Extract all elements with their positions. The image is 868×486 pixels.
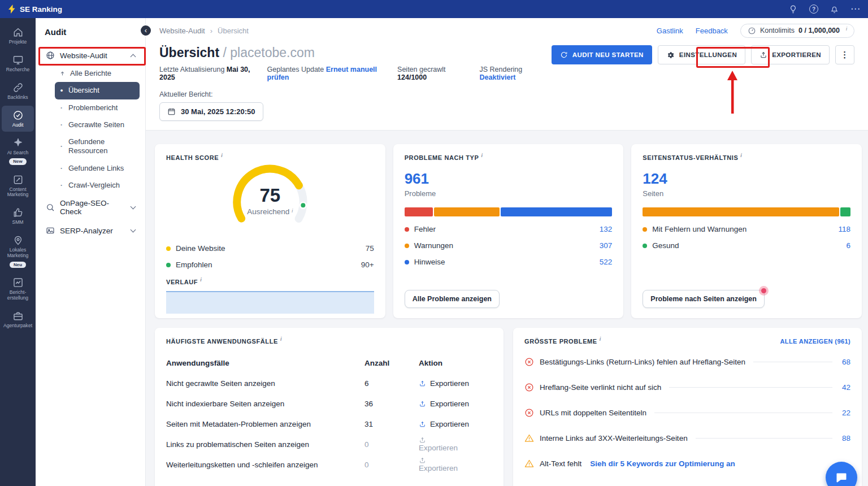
issue-row[interactable]: Alt-Text fehlt Sieh dir 5 Keywords zur O… — [524, 451, 850, 476]
health-history-chart — [166, 291, 374, 314]
show-all-problems-button[interactable]: Alle Probleme anzeigen — [405, 290, 500, 308]
restart-audit-button[interactable]: AUDIT NEU STARTEN — [552, 45, 652, 64]
export-icon — [419, 400, 426, 407]
nav-item-berichterstellung[interactable]: Bericht-erstellung — [2, 273, 34, 305]
meta-label: Seiten gecrawlt — [397, 66, 445, 73]
info-icon[interactable] — [221, 153, 223, 158]
issue-count[interactable]: 88 — [840, 434, 850, 442]
rating-text: Ausreichend — [247, 207, 289, 216]
view-all-link[interactable]: ALLE ANZEIGEN (961) — [780, 338, 850, 345]
sidebar-collapse-button[interactable] — [140, 24, 152, 37]
nav-label: Content Marketing — [2, 187, 33, 198]
legend-row[interactable]: Mit Fehlern und Warnungen 118 — [643, 221, 850, 237]
problems-stacked-bar — [405, 207, 613, 216]
legend-value[interactable]: 6 — [846, 241, 850, 250]
issue-label[interactable]: Interne Links auf 3XX-Weiterleitungs-Sei… — [540, 434, 688, 442]
legend-row[interactable]: Hinweise 522 — [405, 254, 613, 270]
sidebar-item-website-audit[interactable]: Website-Audit — [41, 46, 140, 65]
breadcrumb-row: Website-Audit › Übersicht Gastlink Feedb… — [159, 18, 854, 43]
sidebar-item-uebersicht[interactable]: Übersicht — [55, 82, 140, 99]
export-link[interactable]: Exportieren — [419, 393, 492, 414]
export-link[interactable]: Exportieren — [419, 373, 492, 393]
report-date-picker[interactable]: 30 Mai, 2025 12:20:50 — [159, 102, 263, 121]
keywords-optimization-link[interactable]: Sieh dir 5 Keywords zur Optimierung an — [590, 459, 735, 468]
issue-row[interactable]: URLs mit doppelten Seitentiteln 22 — [524, 400, 850, 426]
sidebar-item-serp-analyzer[interactable]: SERP-Analyzer — [41, 221, 140, 240]
nav-label: Backlinks — [7, 95, 28, 101]
issue-label[interactable]: Hreflang-Seite verlinkt nicht auf sich — [540, 383, 661, 392]
export-button[interactable]: EXPORTIEREN — [751, 45, 830, 64]
legend-row[interactable]: Warnungen 307 — [405, 237, 613, 254]
notifications-bell-icon[interactable] — [830, 5, 839, 14]
table-row-count[interactable]: 36 — [364, 393, 419, 414]
account-limits-pill[interactable]: Kontolimits 0 / 1,000,000 — [740, 24, 854, 38]
issue-row[interactable]: Hreflang-Seite verlinkt nicht auf sich 4… — [524, 375, 850, 400]
problems-by-pages-button[interactable]: Probleme nach Seiten anzeigen — [643, 290, 765, 308]
kebab-menu-button[interactable]: ⋮ — [835, 45, 854, 64]
nav-item-audit[interactable]: Audit — [2, 106, 34, 132]
issue-label[interactable]: Alt-Text fehlt — [540, 459, 581, 468]
settings-button[interactable]: EINSTELLUNGEN — [658, 45, 745, 64]
nav-item-recherche[interactable]: Recherche — [2, 50, 34, 76]
info-icon[interactable] — [200, 277, 202, 283]
table-row-count[interactable]: 6 — [364, 373, 419, 393]
issue-label[interactable]: URLs mit doppelten Seitentiteln — [540, 409, 646, 417]
page-title-text: Übersicht — [159, 45, 219, 60]
issue-row[interactable]: Interne Links auf 3XX-Weiterleitungs-Sei… — [524, 426, 850, 451]
info-icon[interactable] — [600, 336, 601, 342]
legend-label: Hinweise — [414, 258, 445, 266]
info-icon[interactable] — [481, 153, 483, 158]
issue-count[interactable]: 42 — [840, 383, 850, 392]
sidebar-item-gecrawlte-seiten[interactable]: Gecrawlte Seiten — [55, 116, 140, 133]
nav-item-content-marketing[interactable]: Content Marketing — [2, 170, 34, 202]
feedback-link[interactable]: Feedback — [696, 27, 728, 35]
nav-item-lokales-marketing[interactable]: Lokales Marketing Neu — [2, 231, 34, 271]
limits-value: 0 / 1,000,000 — [798, 27, 840, 34]
thumbs-up-icon — [12, 207, 24, 218]
info-icon[interactable] — [292, 208, 293, 214]
legend-value[interactable]: 307 — [600, 241, 613, 250]
problems-legend: Fehler 132 Warnungen 307 Hinweise 522 — [405, 221, 613, 270]
breadcrumb-item[interactable]: Website-Audit — [159, 27, 205, 35]
nav-item-agenturpaket[interactable]: Agenturpaket — [2, 306, 34, 332]
legend-row[interactable]: Fehler 132 — [405, 221, 613, 237]
bulb-icon[interactable] — [788, 5, 798, 14]
nav-item-smm[interactable]: SMM — [2, 203, 34, 229]
issue-count[interactable]: 68 — [840, 358, 850, 366]
nav-item-backlinks[interactable]: Backlinks — [2, 78, 34, 104]
warning-icon — [524, 459, 534, 468]
issue-row[interactable]: Bestätigungs-Links (Return-Links) fehlen… — [524, 349, 850, 375]
status-legend: Mit Fehlern und Warnungen 118 Gesund 6 — [643, 221, 850, 254]
export-link[interactable]: Exportieren — [419, 414, 492, 434]
app-logo[interactable]: SE Ranking — [8, 5, 62, 14]
count-value: 0 — [364, 461, 369, 469]
info-icon[interactable] — [846, 26, 847, 32]
sidebar-item-gefundene-ressourcen[interactable]: Gefundene Ressourcen — [55, 133, 140, 160]
issue-label[interactable]: Bestätigungs-Links (Return-Links) fehlen… — [540, 358, 745, 366]
sidebar-item-alle-berichte[interactable]: Alle Berichte — [55, 65, 140, 82]
sidebar-item-problembericht[interactable]: Problembericht — [55, 99, 140, 116]
legend-row[interactable]: Gesund 6 — [643, 237, 850, 254]
help-icon[interactable] — [809, 5, 818, 14]
info-icon[interactable] — [280, 336, 282, 342]
legend-value[interactable]: 522 — [600, 258, 613, 266]
info-icon[interactable] — [740, 153, 742, 158]
nav-item-ai-search[interactable]: AI Search New — [2, 133, 34, 168]
green-dot-icon — [166, 263, 171, 267]
sidebar-item-gefundene-links[interactable]: Gefundene Links — [55, 160, 140, 177]
table-row-count[interactable]: 31 — [364, 414, 419, 434]
guest-link[interactable]: Gastlink — [657, 27, 683, 35]
legend-value[interactable]: 132 — [600, 225, 613, 233]
issue-count[interactable]: 22 — [840, 409, 850, 417]
sidebar-item-crawl-vergleich[interactable]: Crawl-Vergleich — [55, 177, 140, 194]
chevron-down-icon — [131, 227, 136, 233]
export-link: Exportieren — [419, 457, 458, 472]
more-menu-icon[interactable] — [850, 6, 860, 12]
nav-item-projekte[interactable]: Projekte — [2, 23, 34, 49]
sidebar-item-onpage-seo-check[interactable]: OnPage-SEO-Check — [41, 194, 140, 221]
card-title: HEALTH SCORE — [166, 154, 219, 161]
button-label: AUDIT NEU STARTEN — [572, 51, 644, 58]
js-rendering-value[interactable]: Deaktiviert — [480, 73, 516, 81]
legend-value[interactable]: 118 — [838, 225, 850, 233]
legend-label: Mit Fehlern und Warnungen — [652, 225, 747, 233]
